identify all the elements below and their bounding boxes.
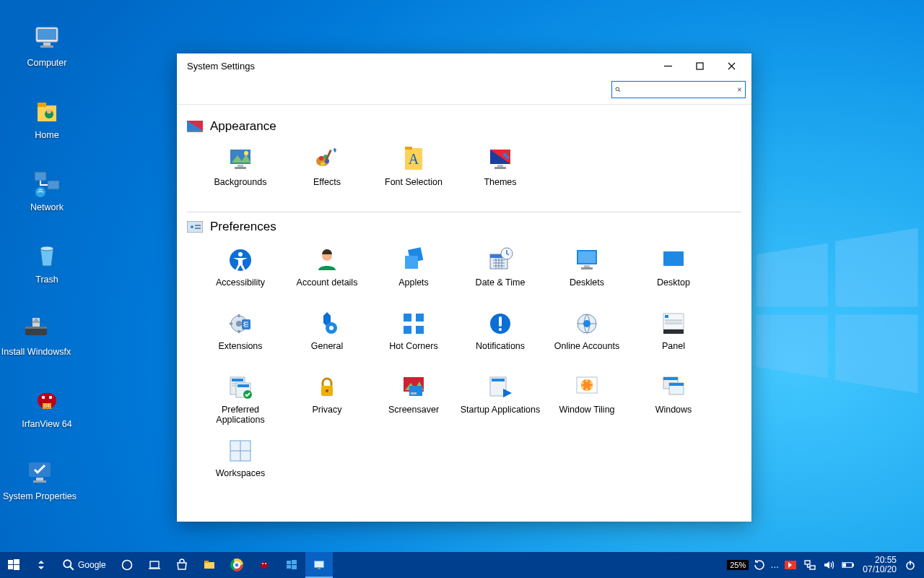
svg-point-37 xyxy=(319,156,323,160)
svg-rect-93 xyxy=(665,319,682,322)
settings-item-workspaces[interactable]: Workspaces xyxy=(197,434,284,493)
settings-item-preferred-applications[interactable]: Preferred Applications xyxy=(197,370,284,429)
settings-item-hot-corners[interactable]: Hot Corners xyxy=(370,306,457,366)
settings-item-label: Hot Corners xyxy=(370,341,457,351)
settings-item-windows[interactable]: Windows xyxy=(630,370,717,429)
svg-rect-145 xyxy=(287,565,291,569)
desktop-icon-irfanview-64[interactable]: 64 IrfanView 64 xyxy=(7,383,87,429)
font-selection-icon: A xyxy=(399,145,428,174)
svg-rect-95 xyxy=(663,329,684,334)
settings-item-account-details[interactable]: Account details xyxy=(284,243,370,302)
windows-icon xyxy=(659,373,688,402)
svg-rect-82 xyxy=(404,314,411,322)
svg-rect-9 xyxy=(38,103,46,107)
desktop-icon-system-properties[interactable]: System Properties xyxy=(0,455,79,501)
window-title: System Settings xyxy=(187,61,255,72)
settings-item-themes[interactable]: Themes xyxy=(457,142,544,202)
svg-rect-149 xyxy=(318,568,321,569)
search-box[interactable] xyxy=(611,81,746,98)
tray-battery-icon[interactable] xyxy=(838,552,858,578)
tray-ellipsis[interactable]: … xyxy=(769,560,780,570)
start-button[interactable] xyxy=(0,552,27,578)
svg-rect-6 xyxy=(43,43,51,46)
maximize-button[interactable] xyxy=(684,55,715,77)
settings-item-font-selection[interactable]: A Font Selection xyxy=(370,142,457,202)
tray-refresh-icon[interactable] xyxy=(750,552,769,578)
taskbar-store-button[interactable] xyxy=(168,552,196,578)
settings-item-window-tiling[interactable]: Window Tiling xyxy=(544,370,630,429)
desktop-icon-computer[interactable]: Computer xyxy=(7,22,87,68)
settings-item-desktop[interactable]: Desktop xyxy=(630,243,717,302)
taskbar-expand-button[interactable] xyxy=(27,552,55,578)
svg-rect-152 xyxy=(810,566,815,569)
tray-network-icon[interactable] xyxy=(801,552,819,578)
accessibility-icon xyxy=(226,246,255,275)
svg-rect-92 xyxy=(665,315,668,318)
system-settings-window: System Settings Appearance Backgrounds E… xyxy=(177,53,751,522)
computer-icon xyxy=(30,22,64,55)
desktop-icon-trash[interactable]: Trash xyxy=(7,238,87,285)
tray-volume-icon[interactable] xyxy=(819,552,838,578)
desklets-icon xyxy=(572,246,601,275)
desktop-icon-network[interactable]: Network xyxy=(7,166,87,212)
settings-item-effects[interactable]: Effects xyxy=(284,142,370,202)
settings-item-privacy[interactable]: Privacy xyxy=(284,370,370,429)
screensaver-icon xyxy=(399,373,428,402)
settings-item-general[interactable]: General xyxy=(284,306,370,366)
settings-item-backgrounds[interactable]: Backgrounds xyxy=(197,142,284,202)
svg-point-141 xyxy=(262,563,263,564)
svg-rect-58 xyxy=(405,256,418,269)
svg-point-33 xyxy=(244,151,248,155)
tray-anydesk-icon[interactable] xyxy=(780,552,801,578)
tray-power-icon[interactable] xyxy=(901,552,920,578)
settings-item-applets[interactable]: Applets xyxy=(370,243,457,302)
settings-item-online-accounts[interactable]: Online Accounts xyxy=(544,306,630,366)
svg-rect-121 xyxy=(663,377,678,380)
svg-rect-146 xyxy=(292,565,297,569)
svg-point-40 xyxy=(321,162,325,166)
clear-search-icon[interactable] xyxy=(737,85,742,94)
svg-point-116 xyxy=(581,386,584,389)
settings-item-label: Date & Time xyxy=(457,277,544,288)
battery-percent-badge[interactable]: 25% xyxy=(727,560,749,570)
close-button[interactable] xyxy=(715,55,747,77)
settings-item-desklets[interactable]: Desklets xyxy=(544,243,630,302)
taskbar-clock[interactable]: 20:55 07/10/20 xyxy=(858,556,901,574)
settings-item-accessibility[interactable]: Accessibility xyxy=(197,243,284,302)
extensions-icon xyxy=(226,309,255,338)
notifications-icon xyxy=(486,309,515,338)
svg-point-74 xyxy=(236,321,242,327)
svg-text:64: 64 xyxy=(44,403,50,408)
search-input[interactable] xyxy=(624,85,737,95)
settings-item-screensaver[interactable]: Screensaver xyxy=(370,370,457,429)
settings-item-startup-applications[interactable]: Startup Applications xyxy=(457,370,544,429)
svg-point-117 xyxy=(590,386,593,389)
preferences-section-icon xyxy=(187,221,203,233)
svg-rect-110 xyxy=(492,379,505,381)
section-title: Preferences xyxy=(210,220,276,234)
svg-rect-97 xyxy=(232,379,243,381)
svg-rect-144 xyxy=(292,560,297,564)
taskbar-chrome-button[interactable] xyxy=(223,552,250,578)
svg-rect-151 xyxy=(805,561,810,564)
settings-item-panel[interactable]: Panel xyxy=(630,306,717,366)
taskbar-search-button[interactable]: Google xyxy=(55,552,113,578)
minimize-button[interactable] xyxy=(652,55,684,77)
taskbar-app-windows-button[interactable] xyxy=(278,552,305,578)
workspaces-icon xyxy=(226,436,255,465)
settings-item-label: Desktop xyxy=(630,277,717,288)
task-view-button[interactable] xyxy=(141,552,168,578)
svg-rect-50 xyxy=(187,221,203,233)
taskbar-file-explorer-button[interactable] xyxy=(196,552,223,578)
desktop-icon-install-windowsfx[interactable]: Install Windowsfx xyxy=(0,311,76,357)
taskbar-irfanview-button[interactable] xyxy=(250,552,278,578)
svg-rect-143 xyxy=(287,561,291,564)
settings-item-extensions[interactable]: Extensions xyxy=(197,306,284,366)
settings-item-notifications[interactable]: Notifications xyxy=(457,306,544,366)
panel-icon xyxy=(659,309,688,338)
desktop-icon-home[interactable]: Home xyxy=(7,94,87,140)
svg-rect-35 xyxy=(235,167,246,169)
taskbar-system-settings-button[interactable] xyxy=(305,552,333,578)
settings-item-date-time[interactable]: Date & Time xyxy=(457,243,544,302)
cortana-button[interactable] xyxy=(113,552,141,578)
